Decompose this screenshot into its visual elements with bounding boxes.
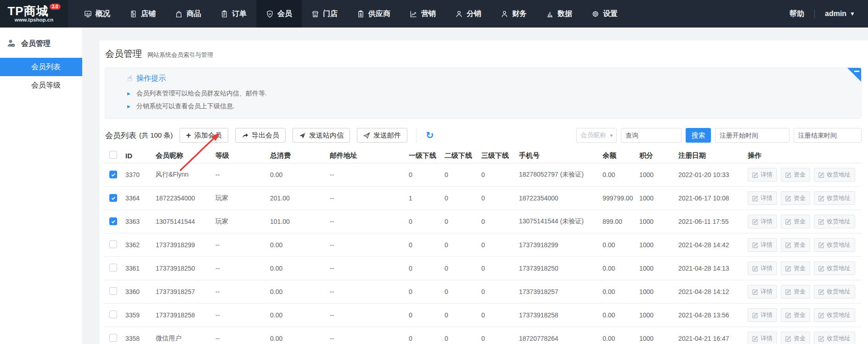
edit-icon — [785, 312, 791, 318]
nav-shop[interactable]: 店铺 — [120, 0, 165, 28]
chevron-down-icon: ▾ — [610, 133, 613, 139]
row-action-button[interactable]: 资金 — [781, 308, 810, 322]
list-title: 会员列表 — [105, 130, 136, 141]
row-checkbox[interactable] — [109, 287, 117, 295]
select-all-checkbox[interactable] — [109, 151, 117, 159]
row-action-button[interactable]: 资金 — [781, 261, 810, 275]
cell-points: 1000 — [639, 194, 678, 202]
export-arrow-icon — [242, 132, 248, 139]
row-checkbox[interactable] — [109, 264, 117, 272]
row-action-button[interactable]: 详情 — [748, 285, 777, 299]
export-member-button[interactable]: 导出会员 — [235, 128, 286, 143]
query-input[interactable] — [621, 128, 682, 143]
search-button[interactable]: 搜索 — [686, 128, 711, 143]
add-member-button[interactable]: + 添加会员 — [180, 128, 228, 143]
select-value: 会员昵称 — [581, 131, 606, 139]
monitor-icon — [84, 10, 92, 18]
column-header: ID — [125, 152, 156, 160]
send-message-button[interactable]: 发送站内信 — [293, 128, 350, 143]
row-action-button[interactable]: 详情 — [748, 261, 777, 275]
edit-icon — [752, 336, 758, 342]
row-action-button[interactable]: 收货地址 — [814, 168, 855, 182]
brand-name: TP商城 — [7, 6, 48, 17]
help-link[interactable]: 帮助 — [789, 9, 804, 19]
nav-divider — [814, 10, 815, 18]
nav-stores[interactable]: 门店 — [302, 0, 347, 28]
row-action-button[interactable]: 资金 — [781, 238, 810, 252]
register-end-input[interactable] — [794, 128, 862, 143]
row-action-button[interactable]: 详情 — [748, 308, 777, 322]
row-action-button[interactable]: 收货地址 — [814, 261, 855, 275]
nav-data[interactable]: 数据 — [536, 0, 582, 28]
row-action-button[interactable]: 收货地址 — [814, 215, 855, 228]
row-checkbox[interactable] — [109, 171, 117, 178]
row-action-button[interactable]: 详情 — [748, 332, 777, 344]
nav-label: 会员 — [277, 9, 292, 19]
row-action-button[interactable]: 资金 — [781, 285, 810, 299]
nav-orders[interactable]: 订单 — [211, 0, 256, 28]
send-email-button[interactable]: 发送邮件 — [357, 128, 407, 143]
row-checkbox[interactable] — [109, 334, 117, 342]
row-action-button[interactable]: 资金 — [781, 168, 810, 182]
corner-ribbon[interactable] — [847, 68, 861, 82]
row-action-button[interactable]: 收货地址 — [814, 308, 855, 322]
user-menu[interactable]: admin ▼ — [825, 10, 855, 18]
column-header: 注册日期 — [678, 151, 748, 160]
sidebar-item-member-level[interactable]: 会员等级 — [0, 76, 82, 94]
edit-icon — [818, 219, 824, 225]
cell-level2-downline: 0 — [445, 171, 481, 178]
row-action-button[interactable]: 详情 — [748, 238, 777, 252]
row-checkbox[interactable] — [109, 217, 117, 225]
cell-actions: 详情资金收货地址 — [748, 168, 862, 182]
row-action-button[interactable]: 资金 — [781, 332, 810, 344]
row-checkbox[interactable] — [109, 194, 117, 202]
cell-points: 1000 — [639, 218, 678, 225]
cell-level3-downline: 0 — [481, 171, 519, 178]
tips-title: ☝ 操作提示 — [127, 73, 861, 83]
row-action-button[interactable]: 详情 — [748, 191, 777, 205]
row-action-button[interactable]: 资金 — [781, 191, 810, 205]
nav-finance[interactable]: 财务 — [491, 0, 536, 28]
edit-icon — [752, 195, 758, 201]
list-count: (共 100 条) — [139, 131, 173, 140]
row-action-button[interactable]: 详情 — [748, 168, 777, 182]
clipboard-icon — [220, 10, 228, 18]
refresh-icon[interactable]: ↻ — [426, 130, 434, 141]
nav-suppliers[interactable]: 供应商 — [347, 0, 400, 28]
nav-distribution[interactable]: 分销 — [445, 0, 491, 28]
cell-actions: 详情资金收货地址 — [748, 285, 862, 299]
sidebar-title-label: 会员管理 — [21, 39, 51, 49]
cell-actions: 详情资金收货地址 — [748, 238, 862, 252]
cell-level3-downline: 0 — [481, 241, 519, 249]
row-action-button[interactable]: 收货地址 — [814, 238, 855, 252]
edit-icon — [785, 172, 791, 178]
column-header: 操作 — [748, 151, 862, 160]
nav-settings[interactable]: 设置 — [582, 0, 627, 28]
edit-icon — [785, 266, 791, 272]
register-start-input[interactable] — [715, 128, 789, 143]
cell-email: -- — [330, 194, 409, 202]
row-action-button[interactable]: 收货地址 — [814, 285, 855, 299]
row-checkbox[interactable] — [109, 240, 117, 248]
cell-nickname: 17373918258 — [156, 311, 215, 319]
nav-members[interactable]: 会员 — [256, 0, 302, 28]
row-action-button[interactable]: 收货地址 — [814, 191, 855, 205]
storefront-icon — [311, 10, 319, 18]
nav-label: 数据 — [558, 9, 572, 19]
brand-logo[interactable]: TP商城 3.0 www.tpshop.cn — [0, 0, 68, 28]
column-header: 会员昵称 — [156, 151, 215, 160]
nav-goods[interactable]: 商品 — [165, 0, 211, 28]
row-action-button[interactable]: 详情 — [748, 215, 777, 228]
row-action-button[interactable]: 资金 — [781, 215, 810, 228]
cell-level2-downline: 0 — [445, 335, 481, 342]
table-row: 3364 18722354000 玩家 201.00 -- 1 0 0 1872… — [103, 187, 862, 210]
cell-balance: 0.00 — [603, 241, 639, 249]
cell-phone: 17373918299 — [519, 241, 603, 249]
row-action-button[interactable]: 收货地址 — [814, 332, 855, 344]
sidebar-item-member-list[interactable]: 会员列表 — [0, 58, 82, 76]
search-field-select[interactable]: 会员昵称 ▾ — [576, 128, 617, 143]
cell-actions: 详情资金收货地址 — [748, 191, 862, 205]
row-checkbox[interactable] — [109, 311, 117, 318]
nav-overview[interactable]: 概况 — [74, 0, 120, 28]
nav-marketing[interactable]: 营销 — [400, 0, 445, 28]
